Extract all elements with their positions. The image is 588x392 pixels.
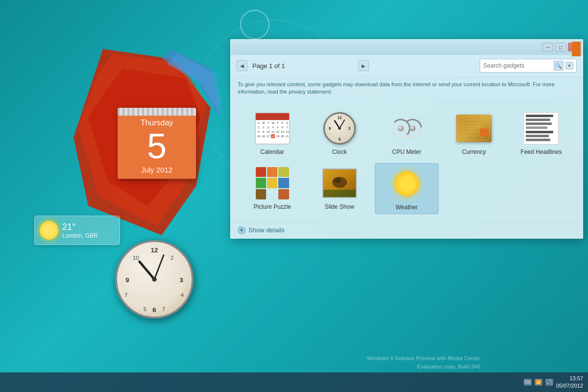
- svg-text:9: 9: [329, 126, 331, 131]
- tray-time: 13:57: [556, 375, 583, 382]
- svg-line-15: [140, 262, 154, 279]
- gadget-item-cpu-meter[interactable]: CPU Meter: [375, 108, 438, 158]
- calendar-top: [118, 108, 196, 116]
- window-titlebar: ─ □ ✕: [231, 40, 583, 55]
- desktop: Thursday 5 July 2012 21° London, GBR 12 …: [0, 0, 588, 392]
- clock-widget: 12 3 6 9 2 4 10 7 5 7: [115, 240, 194, 318]
- page-indicator: Page 1 of 1: [252, 62, 353, 70]
- calendar-icon-graphic: SMTWTFS 1234567 891011121314 15161718192…: [255, 112, 290, 145]
- gadget-item-weather[interactable]: Weather: [375, 163, 438, 214]
- gadget-item-clock[interactable]: 12 3 6 9 Clock: [308, 108, 371, 158]
- watermark-line2: Evaluation copy. Build 840: [367, 363, 480, 371]
- gadget-label-calendar: Calendar: [260, 148, 284, 155]
- svg-text:12: 12: [337, 116, 342, 120]
- svg-text:9: 9: [125, 276, 129, 284]
- weather-info: 21° London, GBR: [62, 222, 98, 239]
- search-box: 🔍 ▼: [480, 59, 577, 73]
- gadget-item-picture-puzzle[interactable]: Picture Puzzle: [241, 163, 304, 214]
- gadget-item-calendar[interactable]: SMTWTFS 1234567 891011121314 15161718192…: [241, 108, 304, 158]
- tray-date: 05/07/2012: [556, 382, 583, 390]
- gadget-label-currency: Currency: [462, 148, 486, 155]
- minimize-button[interactable]: ─: [542, 43, 553, 51]
- network-icon[interactable]: 📶: [535, 379, 542, 386]
- svg-text:2: 2: [171, 255, 173, 261]
- gadgets-grid: SMTWTFS 1234567 891011121314 15161718192…: [231, 100, 583, 222]
- gadget-label-clock: Clock: [332, 148, 347, 155]
- puzzle-icon-graphic: [256, 167, 289, 199]
- svg-text:10: 10: [133, 255, 139, 261]
- search-input[interactable]: [483, 62, 552, 69]
- gadget-icon-cpu: [387, 111, 426, 146]
- weather-temperature: 21°: [62, 222, 98, 232]
- taskbar: Windows 8 Release Preview with Media Cen…: [0, 372, 588, 392]
- svg-text:6: 6: [152, 306, 156, 314]
- svg-point-41: [334, 177, 341, 183]
- window-toolbar: ◀ Page 1 of 1 ▶ 🔍 ▼: [231, 55, 583, 77]
- svg-point-24: [338, 127, 341, 129]
- info-bar: To give you relevant content, some gadge…: [231, 77, 583, 100]
- currency-icon-graphic: [456, 115, 491, 142]
- svg-line-22: [335, 121, 340, 128]
- svg-text:4: 4: [181, 292, 184, 298]
- weather-widget: 21° London, GBR: [34, 216, 120, 245]
- calendar-widget: Thursday 5 July 2012: [118, 108, 196, 179]
- gadget-label-puzzle: Picture Puzzle: [253, 203, 291, 210]
- svg-line-23: [340, 120, 344, 128]
- gadget-label-cpu: CPU Meter: [392, 148, 421, 155]
- svg-point-29: [398, 125, 404, 131]
- weather-icon-graphic: [391, 168, 423, 200]
- svg-text:5: 5: [144, 306, 147, 312]
- show-details-arrow-icon: ▼: [238, 226, 245, 234]
- info-text: To give you relevant content, some gadge…: [238, 81, 555, 95]
- system-tray: ⌨ 📶 🔊 13:57 05/07/2012: [524, 375, 583, 390]
- maximize-button[interactable]: □: [555, 43, 566, 51]
- gadget-label-slideshow: Slide Show: [325, 203, 354, 210]
- gadget-item-feed-headlines[interactable]: Feed Headlines: [510, 108, 573, 158]
- gadget-label-weather: Weather: [395, 204, 417, 211]
- gadget-item-currency[interactable]: Currency: [442, 108, 506, 158]
- prev-page-button[interactable]: ◀: [237, 60, 247, 71]
- gadget-icon-slideshow: [320, 166, 359, 200]
- weather-sun-icon: [40, 221, 58, 240]
- gadget-icon-puzzle: [253, 166, 292, 200]
- svg-text:7: 7: [162, 306, 165, 312]
- svg-rect-42: [323, 190, 356, 197]
- taskbar-watermark: Windows 8 Release Preview with Media Cen…: [367, 354, 480, 371]
- weather-location: London, GBR: [62, 232, 98, 239]
- svg-rect-38: [480, 128, 489, 136]
- search-dropdown-button[interactable]: ▼: [565, 62, 573, 70]
- weather-sun-gadget-icon: [394, 172, 419, 196]
- svg-point-30: [410, 125, 416, 131]
- gadgets-window: ─ □ ✕ ◀ Page 1 of 1 ▶ 🔍 ▼: [230, 39, 583, 239]
- svg-line-16: [154, 255, 164, 279]
- svg-text:3: 3: [348, 126, 351, 131]
- slideshow-icon-graphic: [322, 169, 357, 198]
- gadget-item-slide-show[interactable]: Slide Show: [308, 163, 371, 214]
- svg-text:6: 6: [339, 137, 341, 141]
- gadget-icon-feed: [521, 111, 561, 146]
- search-button[interactable]: 🔍: [554, 61, 564, 71]
- gadget-label-feed: Feed Headlines: [520, 148, 562, 155]
- calendar-date-number: 5: [118, 128, 196, 166]
- gadget-icon-weather: [387, 167, 426, 201]
- gadget-icon-currency: [454, 111, 493, 146]
- show-details-bar[interactable]: ▼ Show details: [231, 222, 583, 238]
- keyboard-icon[interactable]: ⌨: [524, 379, 532, 386]
- volume-icon[interactable]: 🔊: [545, 379, 553, 386]
- svg-text:7: 7: [124, 292, 127, 298]
- calendar-month: July 2012: [118, 166, 196, 179]
- gadget-icon-clock: 12 3 6 9: [320, 111, 359, 146]
- cpu-icon-graphic: [390, 112, 423, 145]
- show-details-label: Show details: [248, 226, 285, 234]
- feed-icon-graphic: [523, 112, 559, 145]
- svg-text:12: 12: [151, 246, 158, 254]
- clock-face: 12 3 6 9 2 4 10 7 5 7: [115, 240, 194, 318]
- system-clock[interactable]: 13:57 05/07/2012: [556, 375, 583, 390]
- svg-text:3: 3: [179, 276, 183, 284]
- watermark-line1: Windows 8 Release Preview with Media Cen…: [367, 354, 480, 363]
- clock-icon-graphic: 12 3 6 9: [323, 112, 356, 145]
- gadget-icon-calendar: SMTWTFS 1234567 891011121314 15161718192…: [253, 111, 292, 146]
- next-page-button[interactable]: ▶: [358, 60, 369, 71]
- svg-point-17: [152, 277, 157, 282]
